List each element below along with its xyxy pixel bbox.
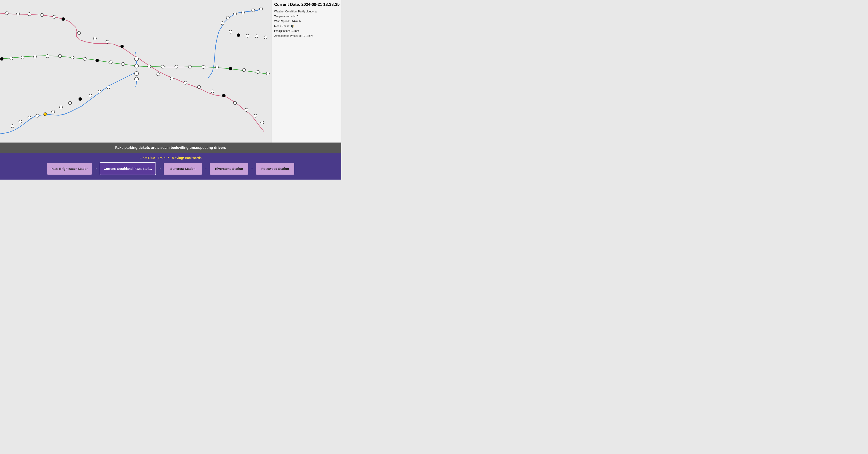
weather-info: Weather Condition: Partly cloudy ☁ Tempe… [274, 9, 339, 39]
svg-point-62 [28, 116, 31, 119]
svg-point-58 [59, 106, 63, 109]
svg-point-53 [107, 86, 110, 89]
map-canvas [0, 0, 271, 142]
svg-point-8 [93, 37, 96, 40]
arrow-icon-3: → [248, 166, 256, 171]
svg-point-1 [5, 12, 8, 15]
svg-point-63 [19, 120, 22, 123]
bottom-panel: Line: Blue - Train: 7 - Moving: Backward… [0, 153, 341, 180]
svg-point-31 [109, 61, 112, 64]
svg-point-41 [256, 70, 259, 74]
svg-point-20 [255, 35, 258, 38]
svg-point-9 [106, 40, 109, 43]
svg-point-52 [260, 121, 264, 124]
svg-point-45 [184, 81, 187, 85]
svg-point-59 [52, 110, 55, 114]
weather-pressure-value: 1018hPa [303, 34, 313, 37]
svg-point-38 [215, 66, 219, 69]
svg-point-61 [36, 114, 39, 118]
svg-point-4 [40, 13, 43, 17]
weather-condition-label: Weather Condition: [274, 10, 298, 13]
svg-point-6 [62, 18, 65, 21]
svg-point-49 [234, 101, 237, 105]
weather-wind-label: Wind Speed: [274, 20, 290, 23]
svg-point-32 [122, 63, 125, 66]
weather-temperature-label: Temperature: [274, 15, 290, 18]
station-box-next1: Suncrest Station [164, 163, 202, 174]
arrow-icon-2: → [202, 166, 210, 171]
svg-point-28 [71, 56, 74, 59]
svg-point-50 [245, 108, 248, 111]
weather-precip-value: 0.0mm [291, 29, 299, 33]
svg-point-18 [237, 34, 240, 37]
svg-point-13 [241, 11, 245, 14]
svg-point-10 [121, 45, 124, 48]
map-area [0, 0, 271, 142]
svg-point-44 [170, 77, 174, 80]
svg-point-3 [28, 13, 31, 16]
svg-point-5 [53, 15, 56, 19]
weather-wind: Wind Speed: ↑14km/h [274, 19, 339, 24]
svg-point-14 [234, 12, 237, 15]
svg-point-35 [175, 65, 178, 68]
svg-point-23 [10, 57, 13, 60]
ticker-bar: Fake parking tickets are a scam bedevili… [0, 142, 341, 153]
station-box-next3: Rosewood Station [256, 163, 294, 174]
svg-point-34 [161, 65, 164, 68]
svg-point-43 [157, 73, 160, 76]
station-box-next2: Riverstone Station [210, 163, 248, 174]
svg-point-19 [246, 34, 249, 37]
svg-point-54 [98, 90, 101, 93]
weather-precip: Precipitation: 0.0mm [274, 29, 339, 34]
svg-point-39 [229, 67, 232, 70]
svg-point-2 [17, 12, 20, 15]
svg-point-47 [211, 90, 214, 93]
svg-point-65 [134, 64, 138, 68]
weather-wind-value: ↑14km/h [290, 20, 301, 23]
svg-point-42 [266, 72, 270, 75]
weather-pressure: Atmospheric Pressure: 1018hPa [274, 34, 339, 39]
weather-temperature-value: +14°C [291, 15, 299, 18]
svg-rect-0 [0, 7, 271, 136]
svg-point-12 [252, 9, 255, 12]
weather-pressure-label: Atmospheric Pressure: [274, 34, 302, 37]
svg-point-40 [243, 69, 246, 72]
app: Current Date: 2024-09-21 18:38:35 Weathe… [0, 0, 341, 180]
svg-point-37 [202, 65, 205, 69]
svg-point-55 [89, 94, 92, 97]
weather-moon: Moon Phase: 🌓 [274, 24, 339, 29]
current-date-value: 2024-09-21 18:38:35 [301, 2, 340, 7]
svg-point-60 [43, 113, 47, 116]
station-box-past: Past: Brightwater Station [47, 163, 92, 174]
info-panel: Current Date: 2024-09-21 18:38:35 Weathe… [271, 0, 341, 142]
svg-point-30 [96, 59, 99, 62]
weather-precip-label: Precipitation: [274, 29, 290, 33]
svg-point-24 [21, 56, 24, 59]
svg-point-17 [229, 30, 232, 33]
svg-point-48 [222, 94, 225, 97]
svg-point-7 [78, 31, 81, 35]
svg-point-22 [0, 57, 3, 61]
current-date-label: Current Date: [274, 2, 300, 7]
svg-point-46 [197, 86, 200, 89]
svg-point-33 [148, 65, 151, 68]
weather-condition-value: Partly cloudy ☁ [298, 10, 317, 13]
svg-point-16 [221, 22, 224, 25]
station-box-current: Current: Southland Plaza Stati... [100, 162, 156, 175]
svg-point-26 [46, 55, 49, 58]
current-date: Current Date: 2024-09-21 18:38:35 [274, 2, 339, 7]
svg-point-56 [79, 98, 82, 101]
weather-condition: Weather Condition: Partly cloudy ☁ [274, 9, 339, 14]
weather-moon-value: 🌓 [291, 25, 294, 28]
svg-point-15 [226, 16, 229, 20]
weather-moon-label: Moon Phase: [274, 25, 290, 28]
svg-point-57 [68, 102, 72, 105]
ticker-text: Fake parking tickets are a scam bedevili… [115, 146, 226, 150]
svg-point-21 [264, 36, 267, 39]
svg-point-25 [33, 55, 37, 58]
train-info-label: Line: Blue - Train: 7 - Moving: Backward… [4, 156, 337, 160]
svg-point-51 [254, 114, 257, 118]
svg-point-67 [134, 72, 138, 76]
svg-point-27 [58, 55, 61, 58]
arrow-icon-1: → [156, 166, 164, 171]
